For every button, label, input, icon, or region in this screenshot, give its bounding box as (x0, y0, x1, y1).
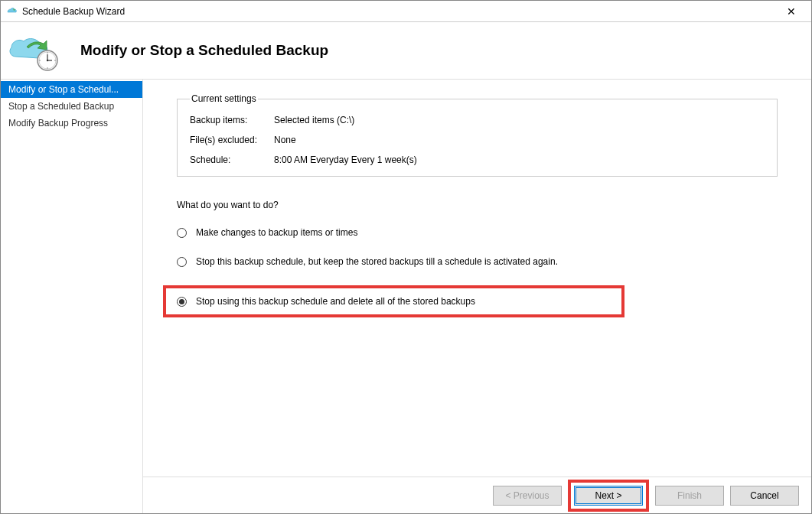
wizard-window: Schedule Backup Wizard ✕ Modify (0, 0, 812, 514)
radio-icon (177, 257, 187, 267)
button-bar: < Previous Next > Finish Cancel (143, 477, 811, 513)
svg-point-8 (39, 60, 40, 60)
radio-option-stop-delete[interactable]: Stop using this backup schedule and dele… (177, 296, 611, 307)
app-icon (5, 5, 18, 18)
page-title: Modify or Stop a Scheduled Backup (80, 42, 328, 59)
close-button[interactable]: ✕ (776, 2, 807, 21)
radio-label: Make changes to backup items or times (196, 227, 357, 238)
svg-point-7 (47, 67, 47, 68)
radio-option-make-changes[interactable]: Make changes to backup items or times (177, 227, 778, 238)
svg-point-5 (47, 52, 47, 53)
header: Modify or Stop a Scheduled Backup (1, 22, 811, 80)
wizard-icon (7, 30, 59, 72)
main-content: Current settings Backup items: Selected … (143, 80, 811, 513)
content-area: Modify or Stop a Schedul... Stop a Sched… (1, 80, 811, 513)
radio-label: Stop using this backup schedule and dele… (196, 296, 475, 307)
highlight-box-selected-option: Stop using this backup schedule and dele… (163, 285, 624, 317)
files-excluded-value: None (274, 135, 296, 145)
titlebar: Schedule Backup Wizard ✕ (1, 1, 811, 22)
settings-row-files-excluded: File(s) excluded: None (190, 135, 765, 145)
radio-icon (177, 228, 187, 238)
window-title: Schedule Backup Wizard (22, 6, 776, 17)
sidebar-item-stop-scheduled[interactable]: Stop a Scheduled Backup (1, 98, 142, 115)
backup-items-value: Selected items (C:\) (274, 115, 354, 125)
svg-point-6 (54, 60, 55, 60)
sidebar: Modify or Stop a Schedul... Stop a Sched… (1, 80, 143, 513)
cancel-button[interactable]: Cancel (730, 486, 799, 506)
question-prompt: What do you want to do? (177, 200, 778, 210)
schedule-value: 8:00 AM Everyday Every 1 week(s) (274, 155, 417, 165)
finish-button: Finish (655, 486, 724, 506)
radio-option-stop-keep[interactable]: Stop this backup schedule, but keep the … (177, 256, 778, 267)
files-excluded-label: File(s) excluded: (190, 135, 274, 145)
settings-row-backup-items: Backup items: Selected items (C:\) (190, 115, 765, 125)
svg-point-4 (47, 59, 48, 60)
sidebar-item-modify-stop[interactable]: Modify or Stop a Schedul... (1, 81, 142, 98)
radio-icon (177, 297, 187, 307)
radio-label: Stop this backup schedule, but keep the … (196, 256, 558, 267)
next-button[interactable]: Next > (574, 486, 643, 506)
settings-row-schedule: Schedule: 8:00 AM Everyday Every 1 week(… (190, 155, 765, 165)
backup-items-label: Backup items: (190, 115, 274, 125)
highlight-box-next-button: Next > (568, 480, 649, 512)
schedule-label: Schedule: (190, 155, 274, 165)
current-settings-group: Current settings Backup items: Selected … (177, 93, 778, 177)
sidebar-item-modify-progress[interactable]: Modify Backup Progress (1, 115, 142, 132)
settings-legend: Current settings (190, 93, 258, 104)
previous-button: < Previous (493, 486, 562, 506)
